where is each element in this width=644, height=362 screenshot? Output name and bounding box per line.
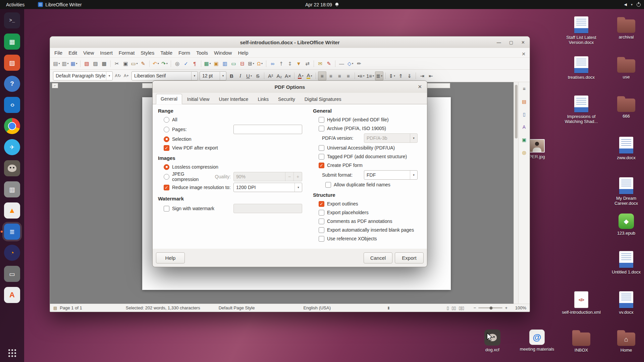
vertical-scrollbar[interactable] [514,82,518,304]
menu-item[interactable]: Styles [138,49,157,57]
language-selector[interactable]: English (USA) [303,305,331,310]
pages-radio[interactable] [164,127,169,132]
desktop-icon-self-introduction-xml[interactable]: </> self-introduction.xml [561,291,601,315]
dpi-dropdown[interactable]: 1200 DPI [233,183,302,192]
pages-input[interactable] [233,125,302,134]
desktop-icon-staff-list[interactable]: Staff List Latest Version.docx [561,16,601,45]
toolbar-icon[interactable] [266,60,266,67]
dock-item-code-editor[interactable]: ‹› [4,97,20,113]
chevron-down-icon[interactable] [191,72,198,80]
toolbar-icon[interactable] [110,60,111,67]
app-grid-icon[interactable] [8,349,16,357]
desktop-icon-666[interactable]: 666 [606,96,644,119]
zoom-out-button[interactable]: − [474,305,476,310]
dropdown-arrow-icon[interactable] [373,74,374,77]
clear-formatting-icon[interactable]: A× [284,71,292,80]
hyperlink-icon[interactable]: ∞ [268,59,277,68]
tab-digital-signatures[interactable]: Digital Signatures [300,95,346,104]
quality-decrease-button[interactable]: − [285,172,293,181]
align-center-icon[interactable]: ≡ [327,71,335,80]
close-document-button[interactable]: ✕ [522,51,526,57]
sign-with-watermark-checkbox[interactable] [164,206,169,212]
dropdown-arrow-icon[interactable] [381,74,382,77]
format-icon[interactable] [316,72,316,79]
jpeg-compression-radio[interactable] [164,174,169,180]
close-button[interactable]: ✕ [521,40,525,45]
spelling-icon[interactable]: ✓ [182,59,190,68]
desktop-icon-impressions[interactable]: Impressions of Watching Shad... [561,96,601,124]
export-pdf-icon[interactable]: ▧ [83,59,91,68]
zoom-track[interactable] [478,307,502,308]
format-icon[interactable] [416,72,416,79]
insert-comment-icon[interactable]: ✉ [316,59,324,68]
dialog-titlebar[interactable]: PDF Options ✕ [153,81,427,93]
dropdown-arrow-icon[interactable] [394,74,395,77]
menu-item[interactable]: Insert [97,49,116,57]
tab-general[interactable]: General [156,94,182,104]
dock-item-software[interactable]: A [4,287,20,303]
dialog-close-button[interactable]: ✕ [418,84,422,90]
sidebar-page-icon[interactable]: ▯ [520,110,529,119]
toolbar-icon[interactable] [201,60,201,67]
print-icon[interactable]: ▨ [91,59,100,68]
format-icon[interactable] [264,72,264,79]
find-replace-icon[interactable]: ◎ [173,59,181,68]
lossless-compression-radio[interactable] [164,164,169,170]
dock-item-browser[interactable]: ◔ [4,245,20,261]
selection-mode-indicator[interactable]: ▮ [388,306,390,310]
menu-item[interactable]: Table [157,49,175,57]
dropdown-arrow-icon[interactable] [158,62,159,65]
menu-item[interactable]: Help [235,49,251,57]
book-view-icon[interactable]: ▯|▯ [459,306,464,310]
line-spacing-icon[interactable]: ⇕ [388,71,396,80]
menu-item[interactable]: Tools [193,49,211,57]
toolbar-icon[interactable] [80,60,80,67]
tab-user-interface[interactable]: User Interface [214,95,253,104]
dock-item-utility[interactable]: ▭ [4,266,20,282]
dropdown-arrow-icon[interactable] [76,62,77,65]
dropdown-arrow-icon[interactable] [59,62,60,65]
dock-item-messenger[interactable]: ✈ [4,139,20,155]
selection-radio[interactable] [164,136,169,142]
format-icon[interactable] [294,72,294,79]
dock-item-chrome[interactable] [4,118,20,134]
export-outlines-checkbox[interactable] [319,201,324,207]
desktop-icon-treatises[interactable]: treatises.docx [561,56,601,80]
hybrid-pdf-checkbox[interactable] [319,117,324,123]
scrollbar-thumb[interactable] [515,85,518,138]
dock-item-libreoffice-impress[interactable]: ▨ [4,55,20,71]
new-document-icon[interactable]: ▤ [52,59,61,68]
dropdown-arrow-icon[interactable] [210,62,211,65]
export-blank-pages-checkbox[interactable] [319,227,324,233]
view-pdf-after-export-checkbox[interactable] [164,145,169,151]
toolbar-icon[interactable] [335,60,335,67]
menu-item[interactable]: View [80,49,97,57]
outline-list-icon[interactable]: ≣ [375,71,383,80]
window-titlebar[interactable]: self-introduction.docx - LibreOffice Wri… [50,37,530,48]
formatting-marks-icon[interactable]: ¶ [191,59,199,68]
sidebar-styles-icon[interactable]: A [520,123,529,131]
desktop-icon-untitled-1[interactable]: Untitled 1.docx [606,251,644,275]
chevron-down-icon[interactable] [220,72,226,80]
dropdown-arrow-icon[interactable] [137,62,138,65]
maximize-button[interactable]: ▢ [509,40,513,45]
desktop-icon-use[interactable]: use [606,56,644,79]
new-style-icon[interactable]: A+ [122,71,130,80]
tab-links[interactable]: Links [253,95,273,104]
use-reference-xobjects-checkbox[interactable] [319,236,324,242]
zoom-level[interactable]: 100% [513,305,526,310]
font-color-icon[interactable]: A [297,71,305,80]
toolbar-icon[interactable] [149,60,150,67]
align-left-icon[interactable]: ≡ [318,71,326,80]
dock-item-terminal[interactable]: >_ [4,12,20,28]
undo-icon[interactable]: ↶ [152,59,160,68]
dropdown-arrow-icon[interactable] [67,62,69,65]
menu-item[interactable]: Format [116,49,138,57]
desktop-icon-meeting-materials[interactable]: @ meeting materials [517,329,557,352]
dropdown-arrow-icon[interactable] [251,74,252,77]
chevron-down-icon[interactable] [106,72,112,80]
paragraph-style-selector[interactable]: Default Paragraph Style [53,71,113,80]
menu-item[interactable]: Form [175,49,193,57]
clone-formatting-icon[interactable]: ✎ [139,59,147,68]
decrease-paragraph-spacing-icon[interactable]: ⇓ [405,71,414,80]
